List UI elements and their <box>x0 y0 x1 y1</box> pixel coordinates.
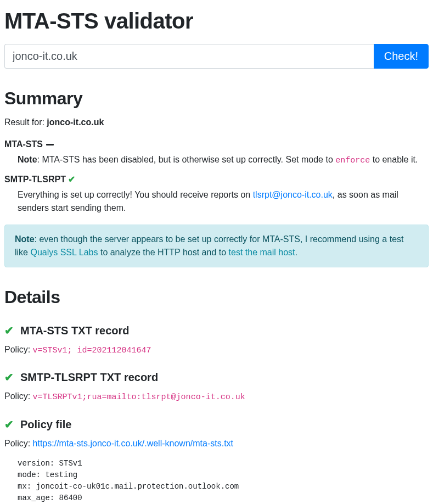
tlsrpt-label: SMTP-TLSRPT <box>4 175 66 184</box>
domain-input[interactable] <box>4 44 374 69</box>
check-icon: ✔ <box>4 418 14 430</box>
detail-mtasts-txt-heading: ✔MTA-STS TXT record <box>4 322 429 339</box>
summary-heading: Summary <box>4 85 429 111</box>
policy-value: v=TLSRPTv1;rua=mailto:tlsrpt@jonco-it.co… <box>33 393 245 402</box>
qualys-link[interactable]: Qualys SSL Labs <box>30 248 98 257</box>
policy-file-line: Policy: https://mta-sts.jonco-it.co.uk/.… <box>4 437 429 450</box>
domain-input-group: Check! <box>4 44 429 69</box>
page-title: MTA-STS validator <box>4 4 429 37</box>
info-alert: Note: even though the server appears to … <box>4 225 429 267</box>
result-prefix: Result for: <box>4 117 47 127</box>
tlsrpt-email-link[interactable]: tlsrpt@jonco-it.co.uk <box>253 190 333 199</box>
result-line: Result for: jonco-it.co.uk <box>4 116 429 129</box>
note-after: to enable it. <box>370 155 418 164</box>
mtasts-note: Note: MTA-STS has been disabled, but is … <box>18 153 429 167</box>
policy-label: Policy: <box>4 345 33 354</box>
mtasts-label-row: MTA-STS <box>4 138 429 151</box>
alert-t3: . <box>295 248 297 257</box>
detail-mtasts-txt-title: MTA-STS TXT record <box>20 324 130 337</box>
alert-t2: to analyze the HTTP host and to <box>98 248 228 257</box>
note-code: enforce <box>335 156 370 165</box>
mtasts-txt-policy: Policy: v=STSv1; id=202112041647 <box>4 343 429 357</box>
tlsrpt-txt-policy: Policy: v=TLSRPTv1;rua=mailto:tlsrpt@jon… <box>4 390 429 404</box>
details-heading: Details <box>4 284 429 310</box>
detail-tlsrpt-txt-heading: ✔SMTP-TLSRPT TXT record <box>4 369 429 385</box>
alert-note-label: Note <box>15 234 35 244</box>
check-icon: ✔ <box>4 371 14 383</box>
tlsrpt-msg-before: Everything is set up correctly! You shou… <box>18 190 253 199</box>
detail-policy-file-title: Policy file <box>20 418 71 430</box>
detail-tlsrpt-txt-title: SMTP-TLSRPT TXT record <box>20 371 158 383</box>
policy-label: Policy: <box>4 439 33 448</box>
test-mail-host-link[interactable]: test the mail host <box>229 248 295 257</box>
note-label: Note <box>18 155 37 164</box>
note-before: MTA-STS has been disabled, but is otherw… <box>42 155 335 164</box>
mtasts-label: MTA-STS <box>4 139 43 149</box>
policy-file-body: version: STSv1 mode: testing mx: joncoit… <box>18 458 429 504</box>
check-icon: ✔ <box>68 175 75 184</box>
result-domain: jonco-it.co.uk <box>47 117 104 127</box>
tlsrpt-label-row: SMTP-TLSRPT ✔ <box>4 173 429 186</box>
policy-value: v=STSv1; id=202112041647 <box>33 346 151 355</box>
check-icon: ✔ <box>4 324 14 337</box>
detail-policy-file-heading: ✔Policy file <box>4 416 429 433</box>
tlsrpt-msg: Everything is set up correctly! You shou… <box>18 188 429 215</box>
dash-icon <box>46 144 54 145</box>
policy-file-link[interactable]: https://mta-sts.jonco-it.co.uk/.well-kno… <box>33 439 233 448</box>
policy-label: Policy: <box>4 391 33 401</box>
check-button[interactable]: Check! <box>374 44 429 69</box>
